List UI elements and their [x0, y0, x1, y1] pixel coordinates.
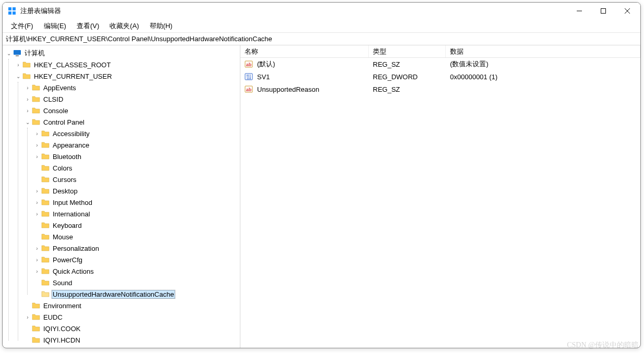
chevron-down-icon[interactable]: ⌄	[23, 119, 32, 125]
chevron-right-icon[interactable]: ›	[33, 188, 41, 194]
values-pane[interactable]: 名称 类型 数据 ab(默认)REG_SZ(数值未设置)011110SV1REG…	[240, 45, 640, 348]
tree-node-input-method[interactable]: ›Input Method	[33, 197, 240, 208]
tree-node-personalization[interactable]: ›Personalization	[33, 242, 240, 254]
folder-icon	[22, 60, 31, 69]
registry-editor-window: 注册表编辑器 文件(F) 编辑(E) 查看(V) 收藏夹(A) 帮助(H) 计算…	[2, 2, 641, 348]
folder-icon	[32, 324, 40, 333]
tree-node-computer[interactable]: ⌄ 计算机	[5, 47, 240, 59]
tree-node-appearance[interactable]: ›Appearance	[33, 139, 240, 151]
tree-node-appevents[interactable]: ›AppEvents	[23, 82, 240, 93]
menu-view[interactable]: 查看(V)	[72, 20, 103, 32]
value-data: 0x00000001 (1)	[446, 73, 640, 81]
tree-node-quick-actions[interactable]: ›Quick Actions	[33, 265, 240, 277]
tree-node-environment[interactable]: ›Environment	[23, 300, 240, 311]
chevron-right-icon[interactable]: ›	[23, 108, 32, 114]
close-button[interactable]	[615, 3, 639, 19]
chevron-right-icon[interactable]: ›	[33, 200, 41, 205]
folder-icon	[41, 278, 50, 287]
value-row[interactable]: ab(默认)REG_SZ(数值未设置)	[240, 58, 640, 70]
svg-rect-8	[14, 50, 21, 55]
svg-rect-2	[8, 11, 11, 15]
chevron-right-icon[interactable]: ›	[23, 85, 32, 91]
chevron-right-icon[interactable]: ›	[14, 62, 22, 68]
computer-icon	[13, 49, 21, 57]
tree-node-bluetooth[interactable]: ›Bluetooth	[33, 151, 240, 162]
chevron-right-icon[interactable]: ›	[33, 154, 41, 160]
tree-node-uhnc[interactable]: ›UnsupportedHardwareNotificationCache	[33, 288, 240, 300]
reg-binary-icon: 011110	[245, 72, 253, 81]
svg-rect-1	[13, 7, 16, 10]
tree-node-hkcr[interactable]: › HKEY_CLASSES_ROOT	[14, 59, 240, 70]
titlebar[interactable]: 注册表编辑器	[3, 3, 640, 19]
tree-pane[interactable]: ⌄ 计算机 › HKEY_CLASSES_ROOT	[3, 45, 240, 348]
window-title: 注册表编辑器	[20, 6, 567, 16]
chevron-right-icon[interactable]: ›	[33, 142, 41, 148]
folder-icon	[32, 95, 40, 103]
menu-favorites[interactable]: 收藏夹(A)	[105, 20, 143, 32]
menu-file[interactable]: 文件(F)	[7, 20, 38, 32]
reg-string-icon: ab	[245, 85, 253, 93]
folder-icon	[32, 313, 40, 321]
folder-icon	[41, 210, 50, 218]
chevron-down-icon[interactable]: ⌄	[5, 51, 13, 56]
value-data: (数值未设置)	[446, 59, 640, 69]
menu-help[interactable]: 帮助(H)	[145, 20, 177, 32]
registry-tree: ⌄ 计算机 › HKEY_CLASSES_ROOT	[3, 45, 240, 348]
tree-node-keyboard[interactable]: ›Keyboard	[33, 220, 240, 231]
tree-node-eudc[interactable]: ›EUDC	[23, 311, 240, 323]
chevron-right-icon[interactable]: ›	[33, 246, 41, 251]
folder-icon	[41, 198, 50, 206]
value-row[interactable]: abUnsupportedReasonREG_SZ	[240, 83, 640, 95]
values-header: 名称 类型 数据	[240, 45, 640, 58]
tree-node-powercfg[interactable]: ›PowerCfg	[33, 254, 240, 265]
folder-icon	[32, 83, 40, 92]
svg-rect-9	[16, 55, 19, 56]
svg-text:ab: ab	[246, 87, 252, 92]
value-name: UnsupportedReason	[257, 86, 319, 93]
tree-node-colors[interactable]: ›Colors	[33, 162, 240, 174]
chevron-right-icon[interactable]: ›	[23, 314, 32, 320]
value-type: REG_SZ	[369, 60, 446, 68]
column-header-type[interactable]: 类型	[369, 45, 446, 57]
chevron-right-icon[interactable]: ›	[33, 131, 41, 137]
tree-node-desktop[interactable]: ›Desktop	[33, 185, 240, 197]
folder-icon	[32, 106, 40, 115]
maximize-button[interactable]	[591, 3, 615, 19]
chevron-right-icon[interactable]: ›	[33, 211, 41, 217]
folder-icon	[32, 301, 40, 310]
folder-open-icon	[41, 290, 50, 298]
tree-node-control-panel[interactable]: ⌄Control Panel	[23, 116, 240, 128]
menubar: 文件(F) 编辑(E) 查看(V) 收藏夹(A) 帮助(H)	[3, 19, 640, 33]
folder-icon	[41, 141, 50, 149]
value-type: REG_SZ	[369, 86, 446, 93]
folder-icon	[41, 175, 50, 184]
chevron-down-icon[interactable]: ⌄	[14, 74, 22, 79]
tree-node-cursors[interactable]: ›Cursors	[33, 174, 240, 185]
tree-node-clsid[interactable]: ›CLSID	[23, 93, 240, 105]
tree-node-hkcu[interactable]: ⌄ HKEY_CURRENT_USER	[14, 70, 240, 82]
svg-rect-3	[13, 11, 16, 15]
reg-string-icon: ab	[245, 60, 253, 68]
tree-node-mouse[interactable]: ›Mouse	[33, 231, 240, 242]
column-header-data[interactable]: 数据	[446, 45, 640, 57]
folder-open-icon	[22, 72, 31, 80]
tree-node-console[interactable]: ›Console	[23, 105, 240, 116]
app-icon	[8, 7, 16, 15]
folder-icon	[41, 152, 50, 161]
menu-edit[interactable]: 编辑(E)	[40, 20, 70, 32]
tree-node-sound[interactable]: ›Sound	[33, 277, 240, 288]
chevron-right-icon[interactable]: ›	[33, 257, 41, 263]
tree-node-international[interactable]: ›International	[33, 208, 240, 220]
tree-node-iqiyi-hcdn[interactable]: ›IQIYI.HCDN	[23, 334, 240, 346]
column-header-name[interactable]: 名称	[240, 45, 369, 57]
chevron-right-icon[interactable]: ›	[33, 269, 41, 274]
chevron-right-icon[interactable]: ›	[23, 96, 32, 102]
minimize-button[interactable]	[567, 3, 591, 19]
tree-node-iqiyi-cook[interactable]: ›IQIYI.COOK	[23, 323, 240, 334]
value-name: SV1	[257, 73, 270, 81]
address-bar[interactable]: 计算机\HKEY_CURRENT_USER\Control Panel\Unsu…	[3, 33, 640, 45]
value-row[interactable]: 011110SV1REG_DWORD0x00000001 (1)	[240, 70, 640, 83]
folder-icon	[41, 129, 50, 138]
tree-node-accessibility[interactable]: ›Accessibility	[33, 128, 240, 139]
content-area: ⌄ 计算机 › HKEY_CLASSES_ROOT	[3, 45, 640, 348]
